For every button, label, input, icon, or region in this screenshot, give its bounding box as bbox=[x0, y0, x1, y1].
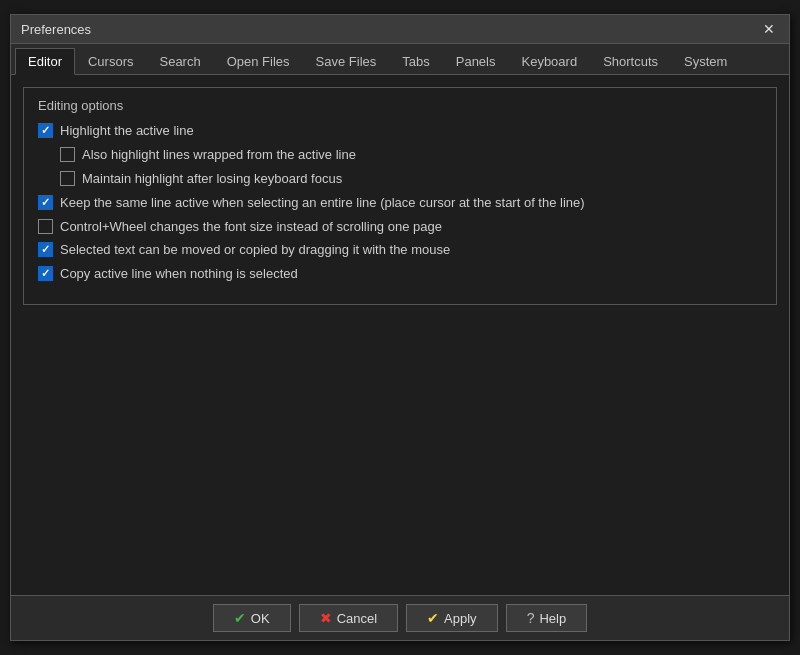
label-highlight-wrapped: Also highlight lines wrapped from the ac… bbox=[82, 147, 356, 164]
checkbox-highlight-wrapped[interactable] bbox=[60, 147, 75, 162]
tab-editor[interactable]: Editor bbox=[15, 48, 75, 75]
preferences-window: Preferences ✕ Editor Cursors Search Open… bbox=[10, 14, 790, 641]
help-icon: ? bbox=[527, 610, 535, 626]
option-ctrl-wheel: Control+Wheel changes the font size inst… bbox=[38, 219, 762, 236]
tab-shortcuts[interactable]: Shortcuts bbox=[590, 48, 671, 74]
help-label: Help bbox=[539, 611, 566, 626]
label-highlight-active-line: Highlight the active line bbox=[60, 123, 194, 140]
tab-open-files[interactable]: Open Files bbox=[214, 48, 303, 74]
checkbox-ctrl-wheel[interactable] bbox=[38, 219, 53, 234]
editing-options-group: Editing options Highlight the active lin… bbox=[23, 87, 777, 305]
checkbox-selected-text-drag[interactable] bbox=[38, 242, 53, 257]
bottom-bar: ✔ OK ✖ Cancel ✔ Apply ? Help bbox=[11, 595, 789, 640]
label-maintain-highlight: Maintain highlight after losing keyboard… bbox=[82, 171, 342, 188]
option-selected-text-drag: Selected text can be moved or copied by … bbox=[38, 242, 762, 259]
cancel-button[interactable]: ✖ Cancel bbox=[299, 604, 398, 632]
option-highlight-wrapped: Also highlight lines wrapped from the ac… bbox=[38, 147, 762, 164]
title-bar: Preferences ✕ bbox=[11, 15, 789, 44]
cancel-label: Cancel bbox=[337, 611, 377, 626]
close-button[interactable]: ✕ bbox=[759, 21, 779, 37]
option-maintain-highlight: Maintain highlight after losing keyboard… bbox=[38, 171, 762, 188]
apply-icon: ✔ bbox=[427, 610, 439, 626]
tab-save-files[interactable]: Save Files bbox=[303, 48, 390, 74]
option-copy-active-line: Copy active line when nothing is selecte… bbox=[38, 266, 762, 283]
checkbox-highlight-active-line[interactable] bbox=[38, 123, 53, 138]
tab-panels[interactable]: Panels bbox=[443, 48, 509, 74]
apply-label: Apply bbox=[444, 611, 477, 626]
tab-system[interactable]: System bbox=[671, 48, 740, 74]
tab-cursors[interactable]: Cursors bbox=[75, 48, 147, 74]
apply-button[interactable]: ✔ Apply bbox=[406, 604, 498, 632]
checkbox-maintain-highlight[interactable] bbox=[60, 171, 75, 186]
checkbox-keep-same-line[interactable] bbox=[38, 195, 53, 210]
label-copy-active-line: Copy active line when nothing is selecte… bbox=[60, 266, 298, 283]
label-keep-same-line: Keep the same line active when selecting… bbox=[60, 195, 585, 212]
checkbox-copy-active-line[interactable] bbox=[38, 266, 53, 281]
group-title: Editing options bbox=[38, 98, 762, 113]
label-ctrl-wheel: Control+Wheel changes the font size inst… bbox=[60, 219, 442, 236]
ok-label: OK bbox=[251, 611, 270, 626]
content-area: Editing options Highlight the active lin… bbox=[11, 75, 789, 595]
help-button[interactable]: ? Help bbox=[506, 604, 588, 632]
option-highlight-active-line: Highlight the active line bbox=[38, 123, 762, 140]
window-title: Preferences bbox=[21, 22, 91, 37]
tab-search[interactable]: Search bbox=[146, 48, 213, 74]
tab-keyboard[interactable]: Keyboard bbox=[508, 48, 590, 74]
tabs-bar: Editor Cursors Search Open Files Save Fi… bbox=[11, 44, 789, 75]
label-selected-text-drag: Selected text can be moved or copied by … bbox=[60, 242, 450, 259]
ok-button[interactable]: ✔ OK bbox=[213, 604, 291, 632]
cancel-icon: ✖ bbox=[320, 610, 332, 626]
tab-tabs[interactable]: Tabs bbox=[389, 48, 442, 74]
ok-icon: ✔ bbox=[234, 610, 246, 626]
option-keep-same-line: Keep the same line active when selecting… bbox=[38, 195, 762, 212]
